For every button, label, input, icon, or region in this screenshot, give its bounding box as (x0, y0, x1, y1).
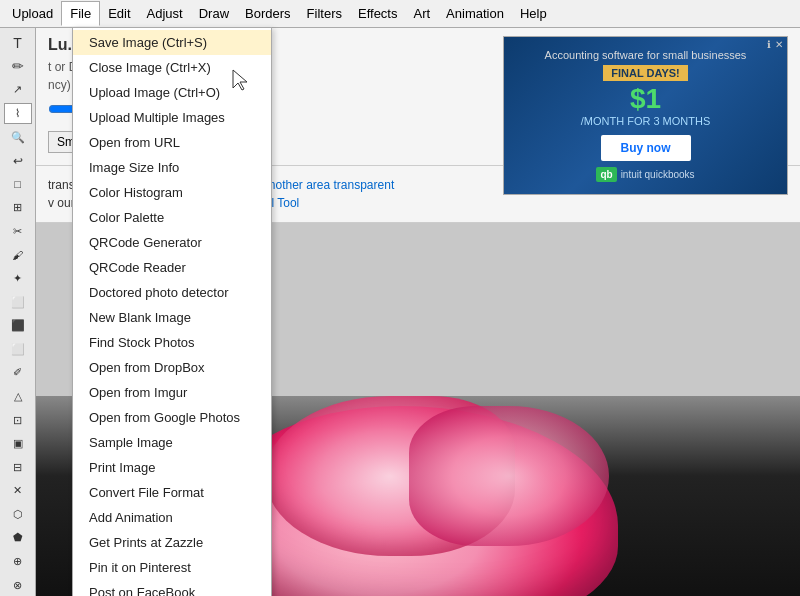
ad-logo-icon: qb (596, 167, 616, 182)
tool-wand[interactable]: ✦ (4, 268, 32, 290)
menu-effects[interactable]: Effects (350, 2, 406, 25)
tool-fill[interactable]: ⬛ (4, 315, 32, 337)
menu-edit[interactable]: Edit (100, 2, 138, 25)
tool-clone[interactable]: ⬜ (4, 339, 32, 361)
menu-file[interactable]: File (61, 1, 100, 26)
menu-animation[interactable]: Animation (438, 2, 512, 25)
tool-misc2[interactable]: ⬟ (4, 527, 32, 549)
dropdown-convert[interactable]: Convert File Format (73, 480, 271, 505)
tool-misc1[interactable]: ⬡ (4, 504, 32, 526)
tool-crop[interactable]: ⊞ (4, 197, 32, 219)
ad-title: Accounting software for small businesses (516, 49, 775, 61)
tool-zoom[interactable]: 🔍 (4, 126, 32, 148)
dropdown-color-histogram[interactable]: Color Histogram (73, 180, 271, 205)
dropdown-facebook[interactable]: Post on FaceBook (73, 580, 271, 596)
tool-eraser[interactable]: ⬜ (4, 291, 32, 313)
dropdown-prints[interactable]: Get Prints at Zazzle (73, 530, 271, 555)
tool-gradient[interactable]: ▣ (4, 433, 32, 455)
ad-buy-button[interactable]: Buy now (601, 135, 691, 161)
tool-rotate[interactable]: ↩ (4, 150, 32, 172)
tool-layers[interactable]: ⊟ (4, 456, 32, 478)
tool-scissors[interactable]: ✂ (4, 221, 32, 243)
ad-close-icon[interactable]: ✕ (775, 39, 783, 50)
ad-badge: FINAL DAYS! (603, 65, 687, 81)
tool-misc3[interactable]: ⊕ (4, 551, 32, 573)
ad-banner: ℹ ✕ Accounting software for small busine… (503, 36, 788, 195)
left-toolbar: T ✏ ↗ ⌇ 🔍 ↩ □ ⊞ ✂ 🖌 ✦ ⬜ ⬛ ⬜ ✐ △ ⊡ ▣ ⊟ ✕ … (0, 28, 36, 596)
menu-filters[interactable]: Filters (299, 2, 350, 25)
dropdown-stock-photos[interactable]: Find Stock Photos (73, 330, 271, 355)
dropdown-upload[interactable]: Upload Image (Ctrl+O) (73, 80, 271, 105)
menu-art[interactable]: Art (405, 2, 438, 25)
ad-logo: qb intuit quickbooks (516, 167, 775, 182)
dropdown-animation[interactable]: Add Animation (73, 505, 271, 530)
dropdown-image-size[interactable]: Image Size Info (73, 155, 271, 180)
ad-price: $1 (516, 85, 775, 113)
menu-adjust[interactable]: Adjust (139, 2, 191, 25)
menu-draw[interactable]: Draw (191, 2, 237, 25)
tool-shapes[interactable]: △ (4, 386, 32, 408)
dropdown-qrcode-read[interactable]: QRCode Reader (73, 255, 271, 280)
menu-help[interactable]: Help (512, 2, 555, 25)
file-dropdown: Save Image (Ctrl+S) Close Image (Ctrl+X)… (72, 27, 272, 596)
tool-rect[interactable]: □ (4, 173, 32, 195)
tool-close[interactable]: ✕ (4, 480, 32, 502)
ad-inner: ℹ ✕ Accounting software for small busine… (504, 37, 787, 194)
dropdown-close[interactable]: Close Image (Ctrl+X) (73, 55, 271, 80)
dropdown-doctored[interactable]: Doctored photo detector (73, 280, 271, 305)
dropdown-open-imgur[interactable]: Open from Imgur (73, 380, 271, 405)
dropdown-sample[interactable]: Sample Image (73, 430, 271, 455)
rose-petal-right (409, 406, 609, 546)
tool-brush[interactable]: 🖌 (4, 244, 32, 266)
tool-pen2[interactable]: ✐ (4, 362, 32, 384)
dropdown-color-palette[interactable]: Color Palette (73, 205, 271, 230)
dropdown-open-url[interactable]: Open from URL (73, 130, 271, 155)
dropdown-new-blank[interactable]: New Blank Image (73, 305, 271, 330)
dropdown-save[interactable]: Save Image (Ctrl+S) (73, 30, 271, 55)
tool-lasso[interactable]: ⌇ (4, 103, 32, 125)
dropdown-pinterest[interactable]: Pin it on Pinterest (73, 555, 271, 580)
tool-misc4[interactable]: ⊗ (4, 574, 32, 596)
ad-logo-text: intuit quickbooks (621, 169, 695, 180)
tool-pencil[interactable]: ✏ (4, 56, 32, 78)
tool-text[interactable]: T (4, 32, 32, 54)
tool-select[interactable]: ↗ (4, 79, 32, 101)
dropdown-open-google[interactable]: Open from Google Photos (73, 405, 271, 430)
tool-frames[interactable]: ⊡ (4, 409, 32, 431)
ad-price-sub: /MONTH FOR 3 MONTHS (516, 115, 775, 127)
ad-info-icon[interactable]: ℹ (767, 39, 771, 50)
dropdown-qrcode-gen[interactable]: QRCode Generator (73, 230, 271, 255)
dropdown-upload-multiple[interactable]: Upload Multiple Images (73, 105, 271, 130)
menu-upload[interactable]: Upload (4, 2, 61, 25)
dropdown-print[interactable]: Print Image (73, 455, 271, 480)
menu-borders[interactable]: Borders (237, 2, 299, 25)
menu-bar: Upload File Edit Adjust Draw Borders Fil… (0, 0, 800, 28)
dropdown-open-dropbox[interactable]: Open from DropBox (73, 355, 271, 380)
